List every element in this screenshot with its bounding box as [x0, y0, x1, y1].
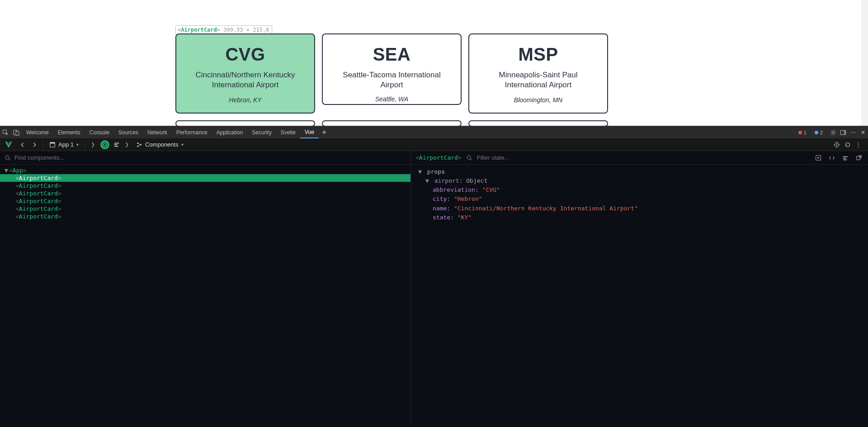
vue-logo-icon [5, 141, 13, 149]
dt-tab-network[interactable]: Network [143, 126, 172, 138]
state-value: Hebron [458, 195, 479, 202]
vue-devtools-toolbar: App 1 ▾ ❯ ❯ Components ▾ ⋮ [0, 138, 868, 151]
airport-card[interactable] [468, 120, 608, 126]
component-tree-panel: ▼<App> <AirportCard> <AirportCard> <Airp… [0, 151, 411, 427]
tree-child-node[interactable]: <AirportCard> [0, 205, 410, 213]
svg-point-17 [5, 156, 9, 159]
dt-tab-welcome[interactable]: Welcome [22, 126, 53, 138]
breadcrumb-chevron-icon: ❯ [122, 142, 132, 147]
tree-child-node[interactable]: <AirportCard> [0, 213, 410, 220]
airport-name: Minneapolis-Saint Paul International Air… [477, 70, 599, 90]
scrollbar-track[interactable] [861, 0, 868, 126]
search-icon [5, 154, 11, 161]
state-panel-header: <AirportCard> [411, 151, 868, 165]
airport-card[interactable]: MSP Minneapolis-Saint Paul International… [468, 33, 608, 114]
refresh-icon[interactable] [844, 141, 851, 148]
airport-abbr: MSP [477, 44, 599, 65]
scroll-to-component-icon[interactable] [814, 154, 823, 161]
settings-icon[interactable] [828, 129, 838, 136]
component-search-input[interactable] [14, 154, 406, 161]
view-selector[interactable]: Components ▾ [132, 140, 187, 150]
devtools-tabbar: Welcome Elements Console Sources Network… [0, 126, 868, 138]
error-badge[interactable]: 1 [796, 129, 809, 136]
issues-badge[interactable]: 2 [812, 129, 826, 136]
state-value: KY [461, 214, 468, 221]
dt-tab-elements[interactable]: Elements [53, 126, 85, 138]
svg-rect-5 [844, 130, 845, 135]
vue-devtools-panels: ▼<App> <AirportCard> <AirportCard> <Airp… [0, 151, 868, 427]
dt-tab-security[interactable]: Security [247, 126, 276, 138]
dt-tab-application[interactable]: Application [212, 126, 248, 138]
tree-node-name: AirportCard [19, 212, 58, 221]
svg-point-20 [817, 157, 819, 159]
state-key: city [433, 195, 447, 202]
component-search-row [0, 151, 410, 165]
add-tab-icon[interactable]: ＋ [319, 128, 330, 137]
svg-rect-7 [50, 142, 55, 143]
nav-forward-icon[interactable] [29, 141, 40, 148]
tree-root-node[interactable]: ▼<App> [0, 166, 410, 174]
dock-side-icon[interactable] [838, 129, 848, 136]
svg-rect-24 [857, 157, 860, 160]
show-render-code-icon[interactable] [827, 154, 836, 161]
state-key: abbreviation [433, 186, 475, 193]
state-type: Object [466, 177, 487, 184]
app-selector[interactable]: App 1 ▾ [46, 140, 82, 150]
issues-count: 2 [820, 130, 823, 135]
error-count: 1 [804, 130, 807, 135]
state-filter-input[interactable] [477, 154, 809, 161]
svg-rect-9 [114, 143, 119, 144]
airport-name: Seattle-Tacoma International Airport [331, 70, 453, 90]
inspect-component-name: AirportCard [181, 27, 217, 33]
state-key: name [433, 205, 447, 212]
tree-child-node[interactable]: <AirportCard> [0, 174, 410, 182]
cards-grid: CVG Cincinnati/Northern Kentucky Interna… [175, 33, 609, 126]
props-group[interactable]: ▼ props [415, 167, 868, 176]
airport-card[interactable] [175, 120, 315, 126]
dt-tab-performance[interactable]: Performance [172, 126, 212, 138]
svg-rect-10 [114, 144, 118, 145]
state-value: CVG [486, 186, 496, 193]
airport-name: Cincinnati/Northern Kentucky Internation… [184, 70, 306, 90]
kebab-menu-icon[interactable]: ⋮ [855, 141, 861, 148]
dt-tab-vue[interactable]: Vue [300, 126, 319, 138]
device-toolbar-icon[interactable] [11, 129, 22, 136]
tree-child-node[interactable]: <AirportCard> [0, 197, 410, 205]
timeline-mode-icon[interactable] [112, 141, 121, 148]
tree-child-node[interactable]: <AirportCard> [0, 190, 410, 197]
target-icon[interactable] [834, 141, 840, 148]
dt-tab-console[interactable]: Console [85, 126, 114, 138]
airport-card[interactable] [322, 120, 462, 126]
component-state-tree: ▼ props ▼ airport: Object abbreviation: … [411, 165, 868, 222]
dt-tab-svelte[interactable]: Svelte [276, 126, 300, 138]
inspect-element-icon[interactable] [0, 129, 11, 136]
inspector-mode-icon[interactable] [100, 140, 109, 149]
state-line[interactable]: abbreviation: "CVG" [415, 185, 868, 195]
selected-component-name: AirportCard [419, 154, 458, 161]
close-devtools-icon[interactable]: ✕ [858, 129, 868, 136]
airport-abbr: CVG [184, 44, 306, 65]
state-line[interactable]: name: "Cincinnati/Northern Kentucky Inte… [415, 204, 868, 213]
svg-point-16 [836, 144, 838, 146]
state-line[interactable]: city: "Hebron" [415, 195, 868, 204]
breadcrumb-chevron-icon: ❯ [88, 142, 98, 147]
view-selector-label: Components [145, 141, 179, 148]
tree-child-node[interactable]: <AirportCard> [0, 182, 410, 190]
open-in-editor-icon[interactable] [854, 154, 863, 161]
airport-location: Bloomington, MN [477, 96, 599, 104]
search-icon [466, 154, 472, 161]
more-icon[interactable]: ⋯ [848, 129, 858, 136]
nav-back-icon[interactable] [17, 141, 28, 148]
svg-point-3 [832, 132, 834, 133]
airport-card[interactable]: CVG Cincinnati/Northern Kentucky Interna… [175, 33, 315, 114]
state-line[interactable]: ▼ airport: Object [415, 176, 868, 185]
dt-tab-sources[interactable]: Sources [114, 126, 143, 138]
airport-card[interactable]: SEA Seattle-Tacoma International Airport… [322, 33, 462, 105]
props-label: props [427, 168, 445, 175]
app-selector-label: App 1 [58, 141, 74, 148]
state-value: Cincinnati/Northern Kentucky Internation… [458, 205, 634, 212]
svg-rect-2 [16, 131, 19, 135]
inspect-dom-icon[interactable] [841, 154, 850, 161]
state-line[interactable]: state: "KY" [415, 213, 868, 222]
airport-abbr: SEA [331, 44, 453, 65]
